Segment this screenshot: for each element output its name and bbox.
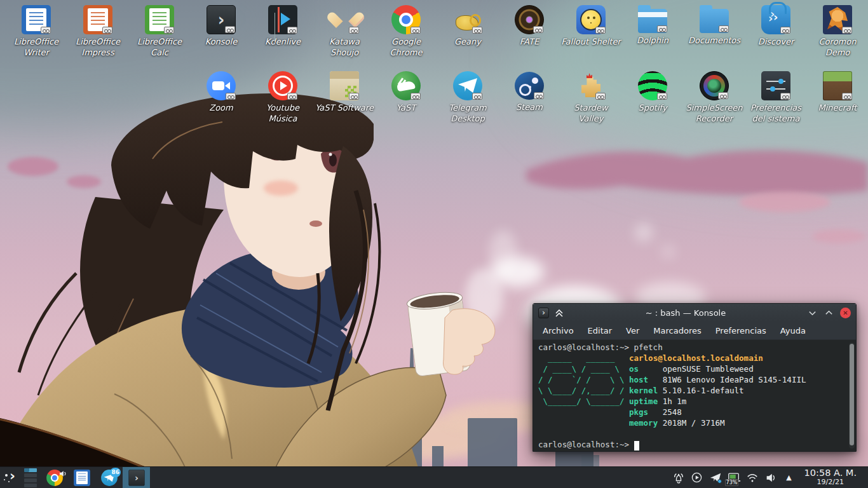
impress-icon	[83, 5, 112, 34]
desktop-icon-steam[interactable]: Steam	[499, 71, 559, 113]
desktop-icon-coromon[interactable]: Coromon Demo	[808, 5, 867, 58]
desktop-icon-label: Katawa Shoujo	[315, 37, 374, 58]
telegram-unread-badge: 86	[110, 468, 121, 477]
pager-desktop-3[interactable]	[24, 478, 37, 482]
desktop-icon-fate[interactable]: FATE	[499, 5, 559, 48]
link-emblem-icon	[41, 27, 51, 34]
desktop-icon-preferencias[interactable]: Preferencias del sistema	[746, 71, 806, 124]
keep-above-icon[interactable]	[554, 308, 564, 318]
konsole-icon	[207, 5, 236, 34]
desktop-icon-stardew[interactable]: Stardew Valley	[561, 71, 621, 124]
link-emblem-icon	[842, 27, 852, 34]
desktop-icon-label: Dolphin	[623, 36, 682, 46]
desktop-icon-label: Steam	[499, 102, 559, 113]
menu-archivo[interactable]: Archivo	[536, 324, 581, 337]
desktop-icon-label: Discover	[746, 37, 806, 48]
stardew-icon	[576, 71, 606, 100]
menu-editar[interactable]: Editar	[581, 324, 620, 337]
link-emblem-icon	[719, 25, 729, 32]
desktop-icon-kdenlive[interactable]: Kdenlive	[253, 5, 313, 48]
maximize-button[interactable]	[822, 307, 835, 320]
fallout-icon	[576, 5, 606, 34]
desktop-icon-dolphin[interactable]: Dolphin	[623, 5, 682, 46]
pager-desktop-2[interactable]	[24, 473, 37, 477]
desktop-icon-telegram-desktop[interactable]: Telegram Desktop	[438, 71, 498, 124]
wifi-icon[interactable]	[745, 471, 759, 485]
preferencias-icon	[761, 71, 790, 100]
kdenlive-icon	[268, 5, 297, 34]
desktop-icon-geany[interactable]: Geany	[438, 5, 498, 48]
telegram-tray-icon[interactable]	[709, 471, 722, 485]
menu-ayuda[interactable]: Ayuda	[773, 324, 813, 337]
konsole-window[interactable]: › ~ : bash — Konsole ✕ ArchivoEditarVerM…	[532, 303, 857, 452]
desktop-icon-label: YaST Software	[315, 103, 374, 114]
desktop-icon-label: SimpleScreen Recorder	[684, 103, 744, 124]
menu-preferencias[interactable]: Preferencias	[709, 324, 773, 337]
desktop-icon-writer[interactable]: LibreOffice Writer	[6, 5, 66, 58]
terminal[interactable]: carlos@localhost:~> pfetch _____ ______ …	[533, 340, 856, 451]
task-telegram[interactable]: 86	[95, 467, 123, 488]
link-emblem-icon	[410, 27, 421, 34]
desktop-icon-youtube[interactable]: Youtube Música	[253, 71, 313, 124]
zoom-icon	[207, 71, 236, 100]
link-emblem-icon	[780, 27, 790, 34]
pager-desktop-1[interactable]	[24, 468, 37, 472]
desktop-icon-ssr[interactable]: SimpleScreen Recorder	[684, 71, 744, 124]
notifications-icon[interactable]	[672, 471, 686, 485]
pager-desktop-4[interactable]	[24, 484, 37, 487]
link-emblem-icon	[102, 27, 112, 34]
yast-icon	[391, 71, 421, 100]
close-button[interactable]: ✕	[840, 308, 851, 318]
desktop-icon-yast[interactable]: YaST	[376, 71, 436, 114]
menu-ver[interactable]: Ver	[619, 324, 646, 337]
battery-icon[interactable]: 73%	[727, 471, 741, 485]
desktop-icon-label: Fallout Shelter	[561, 37, 621, 48]
desktop-icon-discover[interactable]: Discover	[746, 5, 806, 48]
terminal-scrollbar[interactable]	[849, 342, 855, 449]
desktop-icon-documentos[interactable]: Documentos	[684, 5, 744, 46]
media-player-icon[interactable]	[690, 471, 704, 485]
desktop-icon-yast-software[interactable]: YaST Software	[315, 71, 374, 114]
desktop-icon-label: LibreOffice Writer	[6, 37, 66, 58]
link-emblem-icon	[842, 93, 852, 100]
konsole-menubar: ArchivoEditarVerMarcadoresPreferenciasAy…	[533, 322, 856, 340]
desktop-icon-konsole[interactable]: Konsole	[191, 5, 251, 48]
link-emblem-icon	[225, 26, 235, 33]
ssr-icon	[700, 71, 729, 100]
desktop-icon-label: Minecraft	[808, 103, 867, 114]
minimize-button[interactable]	[806, 307, 818, 320]
scrollbar-handle[interactable]	[850, 344, 854, 445]
virtual-desktop-pager[interactable]	[24, 468, 37, 487]
konsole-titlebar[interactable]: › ~ : bash — Konsole ✕	[533, 304, 856, 322]
desktop-icon-minecraft[interactable]: Minecraft	[808, 71, 867, 114]
expand-tray-icon[interactable]: ▲	[782, 471, 796, 485]
task-konsole-active[interactable]	[123, 467, 150, 488]
task-google-chrome[interactable]	[41, 467, 68, 488]
desktop-icon-label: Coromon Demo	[808, 37, 867, 58]
desktop-icon-label: Spotify	[623, 103, 682, 114]
desktop-icon-fallout[interactable]: Fallout Shelter	[561, 5, 621, 48]
link-emblem-icon	[657, 93, 667, 100]
desktop-icon-zoom[interactable]: Zoom	[191, 71, 251, 114]
link-emblem-icon	[780, 93, 790, 100]
desktop-icon-impress[interactable]: LibreOffice Impress	[68, 5, 128, 58]
desktop-icon-spotify[interactable]: Spotify	[623, 71, 682, 114]
desktop-icon-label: LibreOffice Impress	[68, 37, 128, 58]
link-emblem-icon	[349, 27, 359, 34]
desktop-icon-calc[interactable]: LibreOffice Calc	[130, 5, 189, 58]
task-libreoffice-writer[interactable]	[68, 467, 95, 488]
digital-clock[interactable]: 10:58 A. M. 19/2/21	[801, 468, 863, 486]
steam-icon	[515, 72, 544, 100]
desktop-icon-label: Zoom	[191, 103, 251, 114]
link-emblem-icon	[349, 93, 359, 100]
audio-playing-icon[interactable]	[59, 468, 67, 475]
application-launcher-button[interactable]	[0, 467, 24, 488]
desktop-icon-label: Geany	[438, 37, 498, 48]
desktop-icon-katawa[interactable]: Katawa Shoujo	[315, 5, 374, 58]
dolphin-icon	[638, 9, 667, 33]
volume-icon[interactable]	[764, 471, 778, 485]
menu-marcadores[interactable]: Marcadores	[646, 324, 708, 337]
link-emblem-icon	[534, 92, 544, 99]
minecraft-icon	[823, 71, 852, 100]
desktop-icon-chrome[interactable]: Google Chrome	[376, 5, 436, 58]
